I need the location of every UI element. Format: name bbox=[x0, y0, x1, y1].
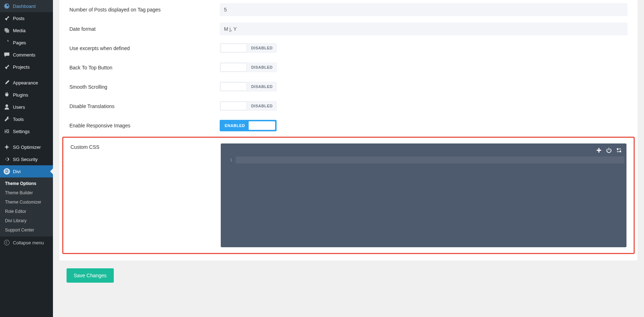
input-date-format[interactable] bbox=[220, 23, 628, 35]
code-line: 1 bbox=[221, 156, 626, 164]
sidebar-item-label: Divi bbox=[13, 169, 21, 174]
collapse-menu-button[interactable]: Collapse menu bbox=[0, 236, 53, 249]
wrench-icon bbox=[4, 116, 10, 122]
sidebar-item-tools[interactable]: Tools bbox=[0, 113, 53, 125]
sidebar-item-label: Pages bbox=[13, 40, 26, 45]
toggle-smooth-scroll[interactable]: DISABLED bbox=[220, 82, 277, 92]
dashboard-icon bbox=[4, 3, 10, 9]
input-tag-posts[interactable] bbox=[220, 3, 628, 16]
label-smooth-scroll: Smooth Scrolling bbox=[69, 84, 220, 90]
toggle-state-label: DISABLED bbox=[248, 84, 276, 89]
toggle-state-label: ENABLED bbox=[221, 123, 249, 128]
toggle-disable-translations[interactable]: DISABLED bbox=[220, 101, 277, 111]
sidebar-item-label: Settings bbox=[13, 129, 30, 134]
toggle-switch bbox=[220, 102, 247, 110]
collapse-label: Collapse menu bbox=[13, 240, 44, 245]
toggle-use-excerpts[interactable]: DISABLED bbox=[220, 43, 277, 53]
sidebar-item-plugins[interactable]: Plugins bbox=[0, 89, 53, 101]
row-date-format: Date format ? bbox=[59, 19, 638, 39]
toggle-state-label: DISABLED bbox=[248, 104, 276, 108]
label-custom-css: Custom CSS bbox=[70, 143, 221, 150]
sidebar-item-label: SG Optimizer bbox=[13, 145, 41, 150]
sidebar-item-label: Posts bbox=[13, 16, 25, 21]
svg-point-0 bbox=[4, 240, 9, 245]
expand-icon[interactable] bbox=[616, 147, 622, 153]
row-disable-translations: Disable Translations DISABLED bbox=[59, 97, 638, 116]
label-tag-posts: Number of Posts displayed on Tag pages bbox=[69, 7, 220, 13]
row-back-to-top: Back To Top Button DISABLED bbox=[59, 58, 638, 77]
toggle-switch bbox=[220, 44, 247, 52]
sidebar-item-media[interactable]: Media bbox=[0, 24, 53, 36]
rocket-icon bbox=[4, 144, 10, 150]
submenu-theme-builder[interactable]: Theme Builder bbox=[0, 188, 53, 197]
sidebar-item-comments[interactable]: Comments bbox=[0, 49, 53, 61]
media-icon bbox=[4, 27, 10, 34]
editor-body: 1 bbox=[221, 143, 626, 164]
label-back-to-top: Back To Top Button bbox=[69, 65, 220, 70]
submenu-role-editor[interactable]: Role Editor bbox=[0, 207, 53, 216]
sidebar-item-label: Comments bbox=[13, 52, 35, 58]
custom-css-editor[interactable]: 1 bbox=[221, 143, 626, 247]
toggle-back-to-top[interactable]: DISABLED bbox=[220, 62, 277, 72]
sidebar-item-label: Tools bbox=[13, 117, 24, 122]
sidebar-item-users[interactable]: Users bbox=[0, 101, 53, 113]
sidebar-item-label: Plugins bbox=[13, 92, 28, 98]
code-text-area[interactable] bbox=[236, 156, 624, 164]
label-use-excerpts: Use excerpts when defined bbox=[69, 45, 220, 51]
pin-icon bbox=[4, 64, 10, 70]
user-icon bbox=[4, 104, 10, 110]
sidebar-item-label: Appearance bbox=[13, 80, 38, 86]
row-responsive-images: Enable Responsive Images ENABLED bbox=[59, 116, 638, 135]
submenu-theme-customizer[interactable]: Theme Customizer bbox=[0, 197, 53, 207]
label-responsive-images: Enable Responsive Images bbox=[69, 123, 220, 128]
sidebar-item-settings[interactable]: Settings bbox=[0, 125, 53, 137]
save-changes-button[interactable]: Save Changes bbox=[67, 268, 114, 283]
editor-toolbar bbox=[596, 147, 622, 153]
row-smooth-scroll: Smooth Scrolling DISABLED bbox=[59, 77, 638, 97]
toggle-responsive-images[interactable]: ENABLED bbox=[220, 120, 277, 131]
toggle-state-label: DISABLED bbox=[248, 46, 276, 50]
label-disable-translations: Disable Translations bbox=[69, 103, 220, 109]
row-tag-posts: Number of Posts displayed on Tag pages bbox=[59, 0, 638, 19]
gear-icon bbox=[4, 156, 10, 162]
sidebar-item-dashboard[interactable]: Dashboard bbox=[0, 0, 53, 12]
toggle-state-label: DISABLED bbox=[248, 65, 276, 69]
power-icon[interactable] bbox=[606, 147, 612, 153]
toggle-switch bbox=[220, 63, 247, 72]
sliders-icon bbox=[4, 128, 10, 135]
sidebar-item-posts[interactable]: Posts bbox=[0, 12, 53, 24]
divi-icon: D bbox=[4, 168, 10, 175]
sidebar-item-divi[interactable]: D Divi bbox=[0, 165, 53, 177]
settings-panel: Number of Posts displayed on Tag pages D… bbox=[59, 0, 638, 260]
collapse-icon bbox=[4, 239, 10, 246]
sidebar-item-projects[interactable]: Projects bbox=[0, 61, 53, 73]
submenu-divi-library[interactable]: Divi Library bbox=[0, 216, 53, 225]
label-date-format: Date format bbox=[69, 26, 220, 32]
row-custom-css: Custom CSS 1 bbox=[62, 137, 635, 254]
toggle-switch bbox=[249, 121, 275, 130]
divi-submenu: Theme Options Theme Builder Theme Custom… bbox=[0, 177, 53, 236]
brush-icon bbox=[4, 79, 10, 86]
sidebar-item-label: Projects bbox=[13, 64, 30, 70]
line-number: 1 bbox=[221, 156, 236, 164]
submenu-support-center[interactable]: Support Center bbox=[0, 225, 53, 235]
toggle-switch bbox=[220, 82, 247, 91]
admin-sidebar: Dashboard Posts Media Pages Comments Pro… bbox=[0, 0, 53, 317]
sidebar-item-appearance[interactable]: Appearance bbox=[0, 77, 53, 89]
page-icon bbox=[4, 39, 10, 46]
sidebar-item-label: Users bbox=[13, 104, 25, 110]
comment-icon bbox=[4, 52, 10, 58]
sidebar-item-sg-security[interactable]: SG Security bbox=[0, 153, 53, 165]
sidebar-item-label: Media bbox=[13, 28, 25, 33]
sidebar-item-sg-optimizer[interactable]: SG Optimizer bbox=[0, 141, 53, 153]
sidebar-item-pages[interactable]: Pages bbox=[0, 36, 53, 49]
pin-icon bbox=[4, 15, 10, 21]
add-icon[interactable] bbox=[596, 147, 602, 153]
row-use-excerpts: Use excerpts when defined DISABLED bbox=[59, 39, 638, 58]
sidebar-item-label: SG Security bbox=[13, 157, 38, 162]
sidebar-item-label: Dashboard bbox=[13, 4, 36, 9]
content-area: Number of Posts displayed on Tag pages D… bbox=[53, 0, 644, 317]
plugin-icon bbox=[4, 92, 10, 98]
submenu-theme-options[interactable]: Theme Options bbox=[0, 179, 53, 188]
